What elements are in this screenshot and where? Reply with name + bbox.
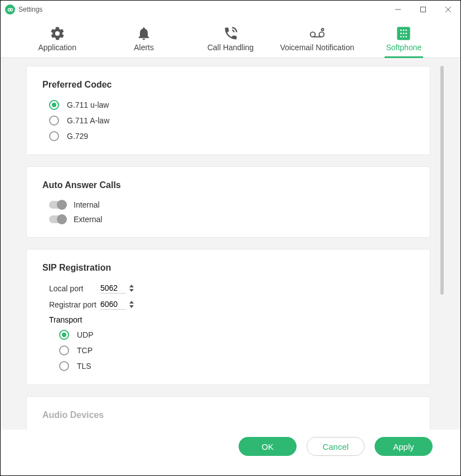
svg-point-14 bbox=[400, 33, 402, 35]
ok-button[interactable]: OK bbox=[239, 437, 297, 456]
card-audio-devices: Audio Devices Received audio Ring tone bbox=[26, 396, 430, 430]
card-preferred-codec: Preferred Codec G.711 u-law G.711 A-law … bbox=[26, 66, 430, 155]
svg-point-16 bbox=[406, 33, 407, 35]
title-bar: Settings bbox=[1, 1, 460, 18]
svg-point-1 bbox=[10, 8, 13, 11]
scrollbar-thumb[interactable] bbox=[440, 66, 444, 295]
chevron-down-icon[interactable] bbox=[129, 289, 134, 292]
scrollbar[interactable] bbox=[440, 66, 444, 367]
footer: OK Cancel Apply bbox=[1, 430, 460, 463]
toggle-icon bbox=[49, 201, 66, 209]
cancel-button[interactable]: Cancel bbox=[307, 437, 365, 456]
radio-label: G.729 bbox=[67, 132, 88, 141]
svg-point-7 bbox=[319, 32, 324, 37]
content-area: Preferred Codec G.711 u-law G.711 A-law … bbox=[1, 58, 460, 430]
close-button[interactable] bbox=[435, 1, 460, 18]
toggle-icon bbox=[49, 215, 66, 223]
apply-button[interactable]: Apply bbox=[375, 437, 433, 456]
minimize-button[interactable] bbox=[385, 1, 410, 18]
toggle-external[interactable]: External bbox=[49, 215, 414, 224]
radio-label: TLS bbox=[77, 362, 91, 371]
row-registrar-port: Registrar port bbox=[49, 299, 414, 310]
phone-icon bbox=[223, 25, 239, 42]
radio-icon bbox=[59, 345, 69, 355]
svg-point-15 bbox=[403, 33, 405, 35]
chevron-up-icon[interactable] bbox=[129, 301, 134, 304]
registrar-port-stepper[interactable] bbox=[129, 301, 134, 308]
registrar-port-input[interactable] bbox=[100, 299, 126, 310]
card-title: Preferred Codec bbox=[42, 80, 414, 90]
card-title: Auto Answer Calls bbox=[42, 180, 414, 190]
maximize-button[interactable] bbox=[410, 1, 435, 18]
tab-application[interactable]: Application bbox=[14, 22, 100, 57]
tab-label: Application bbox=[38, 43, 76, 52]
app-icon bbox=[5, 4, 15, 15]
svg-point-19 bbox=[406, 36, 407, 37]
card-sip-registration: SIP Registration Local port Registrar po… bbox=[26, 249, 430, 385]
toggle-label: Internal bbox=[74, 200, 100, 209]
svg-point-17 bbox=[400, 36, 402, 37]
tab-voicemail[interactable]: Voicemail Notification bbox=[274, 22, 360, 57]
card-title: Audio Devices bbox=[42, 410, 414, 420]
transport-label: Transport bbox=[49, 315, 414, 324]
toggle-label: External bbox=[74, 215, 102, 224]
tab-call-handling[interactable]: Call Handling bbox=[187, 22, 274, 57]
transport-option-tcp[interactable]: TCP bbox=[59, 345, 414, 355]
transport-option-tls[interactable]: TLS bbox=[59, 361, 414, 371]
transport-option-udp[interactable]: UDP bbox=[59, 330, 414, 340]
local-port-stepper[interactable] bbox=[129, 285, 134, 292]
svg-rect-3 bbox=[420, 7, 425, 12]
radio-label: TCP bbox=[77, 346, 93, 355]
row-local-port: Local port bbox=[49, 283, 414, 294]
card-auto-answer: Auto Answer Calls Internal External bbox=[26, 166, 430, 238]
tab-label: Softphone bbox=[386, 43, 421, 52]
window-title: Settings bbox=[18, 6, 42, 13]
dialpad-icon bbox=[396, 25, 411, 42]
chevron-up-icon[interactable] bbox=[129, 285, 134, 287]
tab-label: Voicemail Notification bbox=[280, 43, 354, 52]
radio-label: UDP bbox=[77, 330, 94, 339]
radio-label: G.711 A-law bbox=[67, 116, 109, 125]
tab-label: Call Handling bbox=[207, 43, 254, 52]
radio-icon bbox=[49, 131, 59, 141]
scroll-area: Preferred Codec G.711 u-law G.711 A-law … bbox=[26, 66, 435, 430]
radio-icon bbox=[49, 116, 59, 126]
svg-point-12 bbox=[403, 30, 405, 31]
card-title: SIP Registration bbox=[42, 263, 414, 273]
radio-icon bbox=[49, 100, 59, 110]
tab-label: Alerts bbox=[134, 43, 154, 52]
tab-alerts[interactable]: Alerts bbox=[100, 22, 187, 57]
chevron-down-icon[interactable] bbox=[129, 305, 134, 308]
window-controls bbox=[385, 1, 460, 18]
svg-point-6 bbox=[310, 32, 316, 37]
radio-icon bbox=[59, 361, 69, 371]
codec-option-ulaw[interactable]: G.711 u-law bbox=[49, 100, 414, 110]
svg-point-18 bbox=[403, 36, 405, 37]
field-label: Local port bbox=[49, 284, 100, 293]
voicemail-icon bbox=[309, 25, 325, 42]
local-port-input[interactable] bbox=[100, 283, 126, 294]
radio-label: G.711 u-law bbox=[67, 100, 109, 109]
codec-option-alaw[interactable]: G.711 A-law bbox=[49, 116, 414, 126]
svg-point-9 bbox=[322, 28, 324, 31]
tab-softphone[interactable]: Softphone bbox=[361, 22, 447, 57]
svg-point-13 bbox=[406, 30, 407, 31]
tabs-row: Application Alerts Call Handling Voicema… bbox=[1, 18, 460, 58]
gear-icon bbox=[50, 25, 65, 42]
codec-option-g729[interactable]: G.729 bbox=[49, 131, 414, 141]
toggle-internal[interactable]: Internal bbox=[49, 200, 414, 209]
radio-icon bbox=[59, 330, 69, 340]
field-label: Registrar port bbox=[49, 300, 100, 309]
bell-icon bbox=[136, 25, 152, 42]
svg-point-11 bbox=[400, 30, 402, 31]
